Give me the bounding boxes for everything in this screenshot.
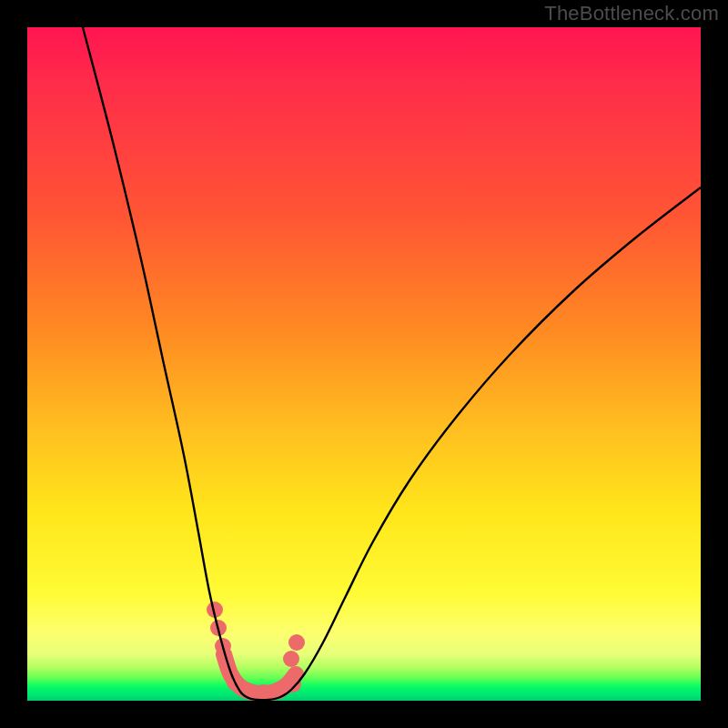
chart-frame: TheBottleneck.com: [0, 0, 728, 728]
marker-dot: [285, 676, 301, 693]
watermark-text: TheBottleneck.com: [544, 2, 719, 25]
curve-layer: [27, 27, 701, 701]
plot-area: [27, 27, 701, 701]
bottleneck-range-dots: [207, 602, 305, 701]
marker-dot: [283, 651, 299, 667]
marker-dot: [288, 634, 305, 651]
marker-dot: [256, 684, 272, 701]
bottleneck-curve: [83, 27, 701, 700]
